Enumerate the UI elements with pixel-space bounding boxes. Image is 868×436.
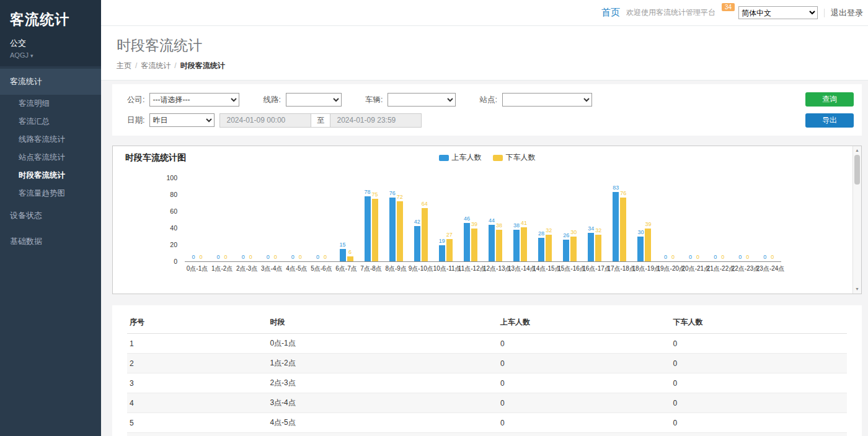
table-row: 21点-2点00 [127,354,847,373]
language-select[interactable]: 简体中文 [738,6,818,19]
bar-cell: 27 [446,232,453,261]
scrollbar-thumb[interactable] [854,155,860,185]
scroll-up-icon[interactable]: ▲ [855,147,859,154]
bar [513,230,520,261]
breadcrumb-separator: / [174,61,176,70]
bar [546,235,552,261]
bar-cell: 0 [688,254,694,261]
table-cell: 2点-3点 [267,373,498,393]
scroll-down-icon[interactable]: ▼ [855,286,859,292]
sidebar-section[interactable]: 客流统计 [0,69,101,95]
sidebar-section[interactable]: 基础数据 [0,229,101,255]
bar [613,192,619,261]
bar-cell: 34 [588,225,594,261]
bar-cell: 72 [397,194,403,261]
bar-group: 00 [185,254,210,261]
company-select[interactable]: ---请选择--- [149,93,239,107]
x-axis-label: 18点-19点 [632,264,657,273]
bar-cell: 0 [712,254,719,261]
bar-cell: 0 [314,254,321,261]
bar-group: 3039 [632,221,657,261]
table-cell: 0 [671,373,847,393]
station-label: 站点: [479,95,497,105]
table-cell: 1点-2点 [267,354,498,373]
notification-badge[interactable]: 34 [722,3,735,11]
breadcrumb-item: 时段客流统计 [180,61,225,70]
line-label: 线路: [263,95,280,105]
x-axis-label: 20点-21点 [682,264,707,273]
bar-value-label: 26 [563,232,569,239]
bar-cell: 0 [762,254,768,261]
chart-scrollbar[interactable]: ▲ ▼ [852,146,861,294]
query-button[interactable]: 查询 [805,92,854,107]
station-select[interactable] [502,93,592,107]
bar [397,201,403,261]
logout-link[interactable]: 退出登录 [831,7,863,19]
bar-value-label: 30 [570,229,577,236]
filter-panel: 公司: ---请选择--- 线路: 车辆: 站点: 日期: 昨日 至 [112,84,862,136]
bar-value-label: 30 [637,229,644,236]
sidebar-section[interactable]: 设备状态 [0,203,101,229]
date-preset-select[interactable]: 昨日 [149,113,215,127]
bar-cell: 42 [414,219,420,261]
bar-group: 7875 [359,189,384,261]
x-axis-label: 0点-1点 [185,264,210,273]
bar-group: 00 [234,254,259,261]
date-from-input[interactable] [219,113,311,128]
sidebar-item[interactable]: 客流汇总 [0,113,101,131]
bar-group: 00 [756,254,781,261]
user-dropdown[interactable]: AQGJ▾ [10,51,91,59]
sidebar-item[interactable]: 线路客流统计 [0,131,101,149]
x-axis-label: 7点-8点 [359,264,384,273]
home-link[interactable]: 首页 [601,7,620,19]
date-range-separator: 至 [311,113,330,128]
sidebar-item[interactable]: 客流明细 [0,95,101,113]
bar-value-label: 0 [771,254,774,261]
chart-title: 时段车流统计图 [125,152,846,164]
bar-cell: 0 [745,254,751,261]
table-cell: 4点-5点 [267,413,498,433]
sidebar-item[interactable]: 时段客流统计 [0,167,101,185]
table-row: 54点-5点00 [127,413,847,433]
bar-cell: 0 [198,254,204,261]
export-button[interactable]: 导出 [805,113,854,128]
table-row: 65点-6点00 [127,433,847,436]
bar-group: 2630 [557,229,582,262]
bar-value-label: 0 [224,254,228,261]
bar-cell: 0 [272,254,278,261]
breadcrumb-separator: / [135,61,137,70]
bar-cell: 44 [489,217,495,261]
bar-value-label: 76 [620,190,626,197]
chart-panel: 时段车流统计图 上车人数下车人数 020406080100 0000000000… [112,146,862,294]
sidebar-item[interactable]: 站点客流统计 [0,149,101,167]
bar-cell: 64 [422,201,428,261]
bar-value-label: 72 [397,194,403,201]
bar-cell: 0 [322,254,328,261]
bar-group: 2832 [533,227,557,261]
vehicle-select[interactable] [388,93,456,107]
bar-value-label: 0 [721,254,724,261]
bar-group: 4264 [409,201,433,261]
sidebar-menu: 客流统计客流明细客流汇总线路客流统计站点客流统计时段客流统计客流量趋势图设备状态… [0,69,101,255]
table-cell: 3点-4点 [267,393,498,413]
sidebar-item[interactable]: 客流量趋势图 [0,185,101,203]
user-name: AQGJ [10,51,29,59]
bar-value-label: 28 [538,230,544,237]
table-cell: 6 [127,433,267,436]
bar-value-label: 42 [414,219,420,225]
bar [496,230,502,261]
bar-group: 156 [334,242,358,261]
bar-cell: 41 [521,220,527,261]
bar-cell: 39 [645,221,651,261]
line-select[interactable] [286,93,342,107]
bar-value-label: 34 [588,225,594,232]
bar [414,226,420,261]
bar-value-label: 19 [439,238,445,245]
breadcrumb-item[interactable]: 客流统计 [141,61,170,70]
date-label: 日期: [127,115,144,126]
bar-value-label: 32 [546,227,552,234]
breadcrumb-item[interactable]: 主页 [117,61,131,70]
bar [389,198,396,261]
bar [372,199,378,261]
date-to-input[interactable] [330,113,422,128]
